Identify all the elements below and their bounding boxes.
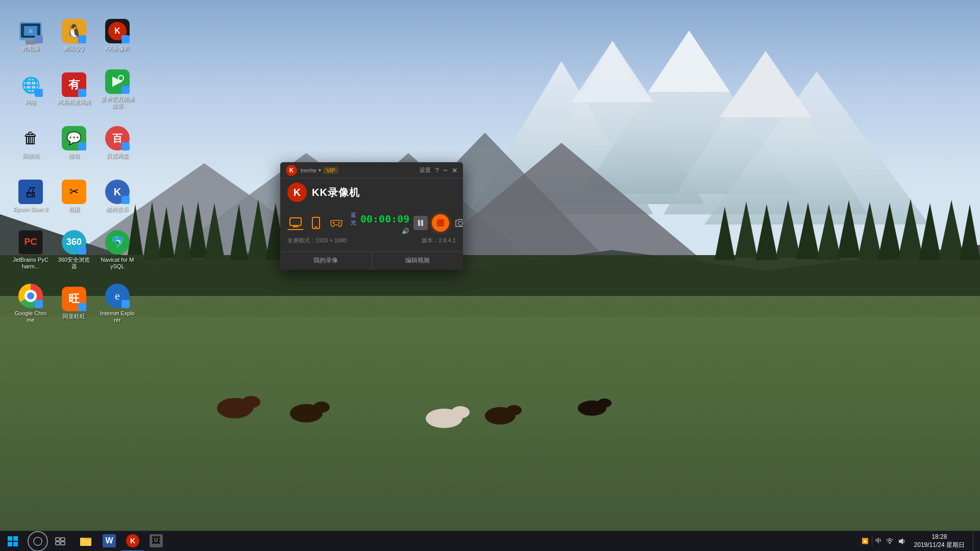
kk-mode-monitor[interactable] [287, 216, 304, 230]
kk-body: 蓝光 00:00:09 🔊 [280, 206, 463, 252]
tray-volume-icon [898, 537, 906, 545]
badge-chrome [35, 300, 43, 308]
icon-iqiyi[interactable]: 爱奇艺万能播放器 [97, 64, 138, 115]
screenshot-icon: ✂ [62, 180, 86, 204]
kk-timer-row: 蓝光 00:00:09 [351, 211, 409, 227]
icon-recycle-bin[interactable]: 🗑 回收站 [10, 117, 51, 168]
kk-timer: 00:00:09 [360, 213, 409, 225]
icon-label-qq: 腾讯QQ [64, 45, 84, 52]
kk-mode-mobile[interactable] [308, 216, 324, 230]
kk-mode-gamepad[interactable] [328, 216, 345, 230]
badge-ie [121, 300, 130, 308]
kk-stop-icon [437, 219, 444, 227]
kk-app-header: K KK录像机 [280, 179, 463, 206]
kk-tab-recordings-label: 我的录像 [313, 257, 338, 264]
icon-label-epson: Epson Scan 2 [13, 206, 48, 213]
icon-kugo[interactable]: K 酷狗音乐 [97, 171, 138, 222]
icon-label-iqiyi: 爱奇艺万能播放器 [100, 96, 135, 109]
taskbar-apps: W K 🖼 [75, 531, 167, 552]
kk-large-logo: K [287, 183, 307, 202]
svg-rect-85 [8, 542, 12, 546]
tray-ime-icon[interactable]: 中 [875, 537, 881, 545]
tray-system-icons [886, 537, 906, 545]
badge-wechat [78, 142, 86, 151]
icon-label-jetbrains: JetBrains PyCharm... [13, 257, 48, 270]
kk-help-button[interactable]: ? [435, 166, 438, 174]
taskbar-clock[interactable]: 18:28 2019/11/24 星期日 [910, 533, 969, 549]
icon-label-baidu: 百度网盘 [106, 153, 129, 159]
icon-youdao[interactable]: 有 网易有道词典 [54, 64, 94, 115]
svg-rect-89 [61, 538, 65, 541]
badge-qq [78, 35, 86, 43]
kk-pause-button[interactable] [413, 216, 428, 230]
svg-point-70 [118, 76, 124, 81]
taskbar-date: 2019/11/24 星期日 [914, 541, 965, 549]
kk-vip-badge: VIP [323, 167, 338, 174]
kk-bottom-tabs: 我的录像 编辑视频 [280, 252, 463, 270]
icon-jetbrains[interactable]: PC JetBrains PyCharm... [10, 224, 51, 276]
svg-point-87 [34, 537, 42, 545]
kk-screenshot-button[interactable] [453, 216, 463, 230]
kk-stop-record-button[interactable] [432, 214, 449, 232]
icon-ie[interactable]: e Internet Explorer [97, 278, 138, 329]
svg-rect-84 [13, 536, 18, 541]
icon-navicat[interactable]: 🐬 Navicat for MySQL [97, 224, 138, 276]
badge-youdao [78, 89, 86, 97]
kk-tab-my-recordings[interactable]: 我的录像 [280, 252, 372, 270]
icon-alibaba[interactable]: 旺 阿里旺旺 [54, 278, 94, 329]
badge-baidu [121, 142, 130, 151]
icon-baidu-netdisk[interactable]: 百 百度网盘 [97, 117, 138, 168]
kk-settings-button[interactable]: 设置 [420, 166, 431, 174]
kk-user-dropdown[interactable] [318, 167, 321, 173]
icon-kk-recorder[interactable]: K KK录像机 [97, 10, 138, 61]
svg-rect-73 [292, 227, 299, 228]
icon-label-pc: 此电脑 [22, 45, 39, 52]
badge-360 [78, 246, 86, 255]
icon-network[interactable]: 🌐 网络 [10, 64, 51, 115]
badge-kugo [121, 196, 130, 204]
kk-info-row: 全屏模式：980 × 551 版本：2.8.4.1 [287, 235, 456, 246]
icon-label-chrome: Google Chrome [13, 310, 48, 323]
kk-version: 版本：2.8.4.1 [422, 237, 456, 244]
kk-minimize-button[interactable]: − [443, 166, 448, 174]
badge-iqiyi [121, 86, 130, 94]
taskbar-time: 18:28 [932, 533, 947, 541]
icon-label-recycle: 回收站 [22, 153, 39, 159]
badge-kk [121, 35, 130, 43]
kk-mode-icons [287, 216, 345, 230]
taskbar-right: 🔼 中 18:28 2019/11/24 星期日 [862, 531, 980, 552]
icon-chrome[interactable]: Google Chrome [10, 278, 51, 329]
icon-label-youdao: 网易有道词典 [57, 99, 91, 106]
icon-360-browser[interactable]: 360 360安全浏览器 [54, 224, 94, 276]
icon-wechat[interactable]: 💬 微信 [54, 117, 94, 168]
icon-label-kk: KK录像机 [105, 45, 130, 52]
icon-screenshot[interactable]: ✂ 截图 [54, 171, 94, 222]
svg-rect-88 [56, 538, 60, 541]
svg-rect-80 [418, 220, 420, 226]
taskbar-app-word[interactable]: W [98, 531, 120, 552]
navicat-icon: 🐬 [105, 230, 130, 255]
svg-rect-90 [56, 542, 60, 545]
taskbar-task-view[interactable] [50, 531, 70, 552]
icon-epson[interactable]: 🖨 Epson Scan 2 [10, 171, 51, 222]
kk-action-buttons [413, 214, 463, 232]
tray-network-icon [886, 538, 894, 545]
svg-rect-75 [314, 227, 317, 228]
icon-this-pc[interactable]: 🖥 此电脑 [10, 10, 51, 61]
recycle-icon: 🗑 [18, 126, 43, 151]
taskbar-start-button[interactable] [0, 531, 26, 552]
taskbar-app-filemanager[interactable] [75, 531, 97, 552]
icon-label-navicat: Navicat for MySQL [100, 257, 135, 270]
taskbar-app-photos[interactable]: 🖼 [145, 531, 167, 552]
svg-rect-86 [13, 542, 18, 546]
kk-tab-edit-video[interactable]: 编辑视频 [372, 252, 463, 270]
kk-recorder-window: K trenhe VIP 设置 ? − ✕ K KK录像机 [280, 162, 463, 270]
taskbar-show-desktop[interactable] [973, 531, 976, 552]
taskbar: W K 🖼 🔼 中 [0, 531, 980, 551]
taskbar-search-button[interactable] [28, 531, 48, 552]
tray-expand-icon[interactable]: 🔼 [862, 538, 869, 544]
kk-close-button[interactable]: ✕ [452, 166, 458, 174]
taskbar-app-kk[interactable]: K [121, 531, 144, 552]
svg-rect-83 [8, 536, 12, 541]
icon-qq[interactable]: 🐧 腾讯QQ [54, 10, 94, 61]
